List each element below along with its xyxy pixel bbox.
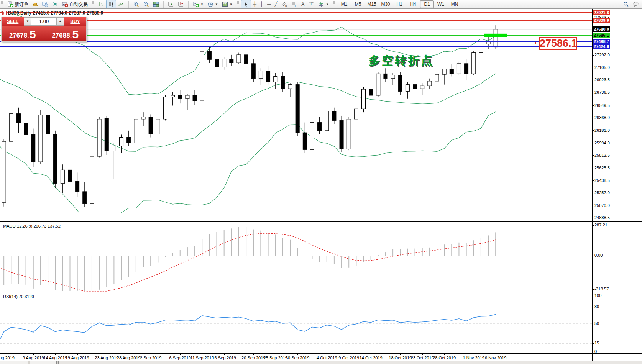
price-axis-tickmark: [593, 193, 594, 193]
volume-step-down[interactable]: ▼: [24, 17, 31, 26]
indicators-icon: [193, 1, 199, 7]
toolbar-grip: [1, 1, 3, 7]
auto-scroll-button[interactable]: [166, 0, 176, 8]
text-label-icon: T: [308, 1, 314, 7]
current-price-badge: 27680.0: [593, 26, 610, 32]
pane-separator[interactable]: [0, 293, 642, 293]
timeframe-m1[interactable]: M1: [337, 0, 351, 8]
timeframe-m5[interactable]: M5: [351, 0, 365, 8]
candlestick-chart-button[interactable]: [106, 0, 116, 8]
text-label-tool-button[interactable]: T: [306, 0, 316, 8]
date-axis-tickmark: [180, 354, 181, 355]
trendline-icon: ╱: [274, 1, 277, 7]
price-level-badge: 27424.8: [593, 44, 610, 49]
date-axis-tickmark: [33, 354, 34, 355]
zoom-out-button[interactable]: [141, 0, 151, 8]
timeframe-w1[interactable]: W1: [434, 0, 448, 8]
text-tool-button[interactable]: A: [299, 0, 306, 8]
toolbar-grip: [92, 1, 94, 7]
indicators-button[interactable]: ▼: [191, 0, 205, 8]
highlight-segment[interactable]: [484, 34, 507, 37]
bar-chart-button[interactable]: [96, 0, 106, 8]
pane-separator[interactable]: [0, 223, 642, 223]
volume-step-up[interactable]: ▲: [56, 17, 64, 26]
price-axis-tickmark: [593, 168, 594, 168]
price-axis-tick: 25994.0: [594, 141, 610, 145]
cursor-icon: [243, 1, 249, 7]
line-chart-button[interactable]: [116, 0, 126, 8]
timeframe-h1[interactable]: H1: [392, 0, 406, 8]
auto-trading-button[interactable]: 自动交易: [60, 0, 90, 8]
volume-input[interactable]: 1.00: [31, 17, 56, 26]
mt4-terminal: 新订单 自动交易: [0, 0, 642, 364]
timeframe-mn[interactable]: MN: [448, 0, 461, 8]
sell-button[interactable]: SELL: [2, 17, 24, 26]
price-axis-tickmark: [593, 68, 594, 68]
chat-button[interactable]: [631, 0, 641, 8]
date-axis-tickmark: [4, 354, 4, 355]
svg-text:T: T: [310, 2, 312, 6]
crosshair-tool-button[interactable]: ┼: [251, 0, 258, 8]
fibonacci-icon: F: [291, 1, 297, 7]
price-axis-tick: 25625.5: [594, 166, 610, 170]
periods-button[interactable]: ▼: [205, 0, 220, 8]
crosshair-icon: ┼: [253, 1, 256, 7]
signals-button[interactable]: [50, 0, 60, 8]
price-axis-tickmark: [593, 155, 594, 156]
date-axis-tickmark: [224, 354, 225, 355]
chart-canvas[interactable]: [0, 8, 642, 364]
auto-scroll-icon: [168, 1, 174, 7]
chart-shift-button[interactable]: [176, 0, 186, 8]
date-axis-tickmark: [107, 354, 107, 355]
sell-quote[interactable]: 27678.5: [2, 26, 44, 41]
price-axis-tick: 24888.5: [594, 215, 610, 220]
buy-button[interactable]: BUY: [64, 17, 86, 26]
fibonacci-tool-button[interactable]: F: [289, 0, 299, 8]
timeframe-m15[interactable]: M15: [365, 0, 379, 8]
profiles-button[interactable]: [30, 0, 40, 8]
price-tag-label[interactable]: 27586.1: [539, 37, 577, 50]
price-axis-tickmark: [593, 93, 594, 93]
arrows-tool-button[interactable]: ▼: [316, 0, 331, 8]
date-axis-tickmark: [202, 354, 202, 355]
hline-tool-button[interactable]: ─: [265, 0, 273, 8]
buy-quote[interactable]: 27688.5: [44, 26, 87, 41]
vline-tool-button[interactable]: │: [258, 0, 265, 8]
zoom-out-icon: [143, 1, 149, 7]
sell-price-frac: 5: [30, 29, 36, 40]
zoom-in-button[interactable]: [131, 0, 141, 8]
chart-window-icon: [2, 11, 7, 15]
line-chart-icon: [118, 1, 124, 7]
chart-ohlc-values: 27415.0 27734.0 27387.0 27680.0: [33, 10, 103, 16]
timeframe-m30[interactable]: M30: [379, 0, 392, 8]
vertical-line-icon: │: [260, 1, 263, 7]
chart-tab[interactable]: [30, 361, 57, 364]
price-level-badge: 27921.8: [593, 10, 610, 15]
market-watch-button[interactable]: [40, 0, 50, 8]
dropdown-arrow-icon: ▼: [215, 3, 218, 6]
templates-button[interactable]: ▼: [220, 0, 235, 8]
macd-axis-tickmark: [593, 289, 594, 290]
tile-windows-button[interactable]: [151, 0, 161, 8]
channel-tool-button[interactable]: E: [279, 0, 289, 8]
chart-annotation-text[interactable]: 多空转折点: [369, 53, 434, 69]
date-axis-tickmark: [371, 354, 371, 355]
pane-separator[interactable]: [0, 292, 642, 292]
search-button[interactable]: [621, 0, 631, 8]
date-axis-label: 25 Sep 2019: [263, 356, 287, 360]
trendline-tool-button[interactable]: ╱: [273, 0, 279, 8]
cursor-tool-button[interactable]: [241, 0, 251, 8]
tile-windows-icon: [153, 1, 159, 7]
timeframe-h4[interactable]: H4: [406, 0, 420, 8]
text-icon: A: [301, 1, 304, 7]
rsi-indicator-label: RSI(14) 70.3120: [3, 294, 34, 299]
timeframe-d1[interactable]: D1: [420, 0, 434, 8]
periods-clock-icon: [207, 1, 213, 7]
new-order-button[interactable]: 新订单: [5, 0, 30, 8]
pane-separator[interactable]: [0, 221, 642, 222]
macd-histogram-layer: [0, 227, 496, 291]
price-axis-tick: 27105.0: [594, 65, 610, 70]
date-axis-label: 19 Aug 2019: [66, 356, 89, 360]
chart-tab[interactable]: [0, 361, 28, 364]
date-axis-label: 5 Aug 2019: [0, 356, 15, 360]
